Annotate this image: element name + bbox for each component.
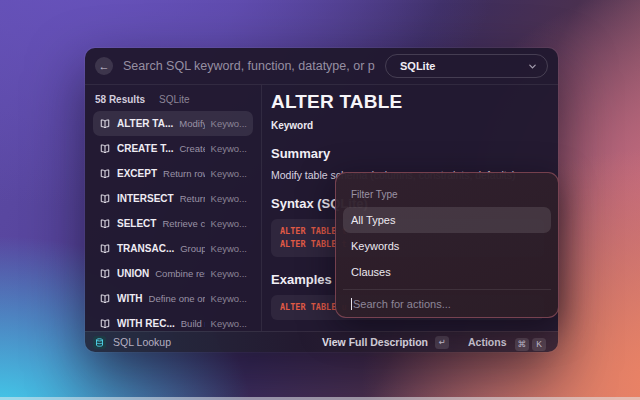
back-button[interactable]: ←	[95, 57, 113, 75]
list-item[interactable]: WITH Define one or m... Keywo...	[93, 286, 253, 311]
list-item[interactable]: ALTER TA... Modify ta... Keywo...	[93, 111, 253, 136]
open-book-icon	[99, 193, 111, 205]
list-item-accessory: Keywo...	[211, 318, 247, 329]
open-book-icon	[99, 293, 111, 305]
results-pane: 58 Results SQLite ALTER TA... Modify ta.…	[85, 85, 262, 331]
list-item[interactable]: INTERSECT Return ro... Keywo...	[93, 186, 253, 211]
list-item-subtitle: Create a...	[179, 143, 204, 154]
list-item-title: UNION	[117, 268, 149, 279]
results-section-label: SQLite	[159, 94, 190, 105]
actions-search-input[interactable]	[353, 298, 543, 310]
popup-search-row	[343, 289, 551, 317]
list-item[interactable]: SELECT Retrieve colu... Keywo...	[93, 211, 253, 236]
list-item-subtitle: Define one or m...	[149, 293, 205, 304]
key-badge: K	[532, 338, 546, 351]
actions-key-badges: ⌘K	[512, 333, 547, 351]
popup-item[interactable]: Keywords	[343, 233, 551, 259]
list-item-title: ALTER TA...	[117, 118, 173, 129]
database-icon	[93, 336, 106, 349]
list-item-accessory: Keywo...	[211, 218, 247, 229]
popup-section-label: Filter Type	[343, 179, 551, 207]
popup-item-list: All TypesKeywordsClauses	[343, 207, 551, 285]
detail-title: ALTER TABLE	[271, 91, 544, 113]
list-item-subtitle: Return rows f...	[163, 168, 205, 179]
actions-button[interactable]: Actions ⌘K	[464, 331, 550, 353]
open-book-icon	[99, 118, 111, 130]
return-key-badge: ↵	[435, 336, 449, 349]
dialect-dropdown[interactable]: SQLite	[385, 54, 548, 78]
list-item-title: EXCEPT	[117, 168, 157, 179]
results-header: 58 Results SQLite	[93, 89, 253, 111]
sql-lookup-window: ← SQLite 58 Results SQLite ALTER TA... M…	[85, 48, 558, 352]
app-name: SQL Lookup	[113, 336, 171, 348]
list-item-title: TRANSAC...	[117, 243, 174, 254]
list-item[interactable]: UNION Combine resul... Keywo...	[93, 261, 253, 286]
list-item-accessory: Keywo...	[211, 243, 247, 254]
open-book-icon	[99, 243, 111, 255]
view-full-description-button[interactable]: View Full Description	[322, 336, 428, 348]
list-item[interactable]: CREATE T... Create a... Keywo...	[93, 136, 253, 161]
list-item-subtitle: Build rec...	[181, 318, 205, 329]
list-item-accessory: Keywo...	[211, 193, 247, 204]
actions-label: Actions	[468, 336, 507, 348]
popup-item[interactable]: All Types	[343, 207, 551, 233]
list-item-accessory: Keywo...	[211, 168, 247, 179]
open-book-icon	[99, 143, 111, 155]
filter-type-popup: Filter Type All TypesKeywordsClauses	[335, 172, 559, 318]
open-book-icon	[99, 168, 111, 180]
list-item-accessory: Keywo...	[211, 118, 247, 129]
list-item-accessory: Keywo...	[211, 293, 247, 304]
list-item-title: WITH	[117, 293, 143, 304]
key-badge: ⌘	[515, 338, 530, 351]
list-item[interactable]: EXCEPT Return rows f... Keywo...	[93, 161, 253, 186]
open-book-icon	[99, 318, 111, 330]
list-item-title: SELECT	[117, 218, 156, 229]
list-item[interactable]: WITH REC... Build rec... Keywo...	[93, 311, 253, 331]
list-item-title: INTERSECT	[117, 193, 174, 204]
list-item-subtitle: Retrieve colu...	[162, 218, 204, 229]
dialect-selected-value: SQLite	[400, 60, 435, 72]
list-item-subtitle: Group st...	[180, 243, 204, 254]
list-item-accessory: Keywo...	[211, 143, 247, 154]
list-item[interactable]: TRANSAC... Group st... Keywo...	[93, 236, 253, 261]
results-count: 58 Results	[95, 94, 145, 105]
open-book-icon	[99, 218, 111, 230]
footer-bar: SQL Lookup View Full Description ↵ Actio…	[85, 331, 558, 352]
list-item-title: CREATE T...	[117, 143, 173, 154]
summary-heading: Summary	[271, 146, 544, 161]
list-item-subtitle: Combine resul...	[155, 268, 204, 279]
chevron-down-icon	[528, 62, 537, 71]
search-input[interactable]	[123, 59, 375, 73]
list-item-title: WITH REC...	[117, 318, 175, 329]
detail-type-badge: Keyword	[271, 120, 544, 131]
list-item-subtitle: Modify ta...	[179, 118, 204, 129]
back-arrow-icon: ←	[99, 60, 110, 72]
list-item-accessory: Keywo...	[211, 268, 247, 279]
text-caret	[351, 298, 352, 310]
open-book-icon	[99, 268, 111, 280]
list-item-subtitle: Return ro...	[180, 193, 205, 204]
search-bar: ← SQLite	[85, 48, 558, 85]
results-list: ALTER TA... Modify ta... Keywo... CREATE…	[93, 111, 253, 331]
popup-item[interactable]: Clauses	[343, 259, 551, 285]
